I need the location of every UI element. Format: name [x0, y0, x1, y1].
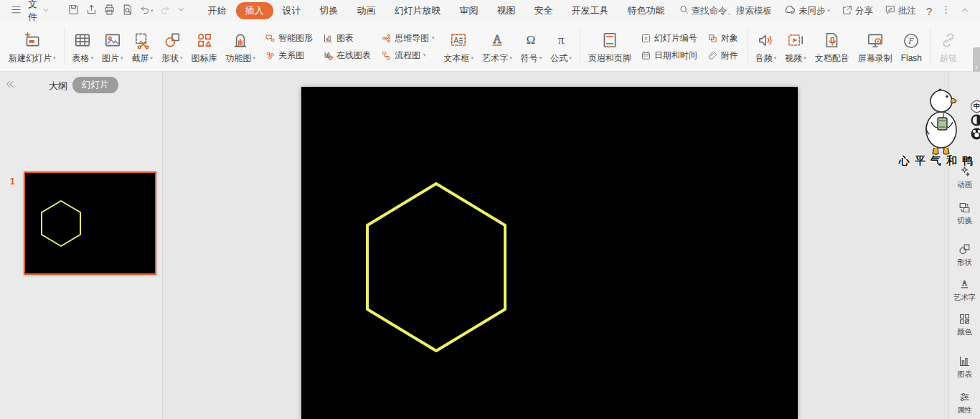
search-placeholder: 查找命令、搜索模板 [692, 5, 773, 17]
tab-slides[interactable]: 幻灯片 [72, 77, 118, 93]
sidebar-item-anim[interactable]: 动画 [949, 165, 980, 190]
quick-access-more-button[interactable] [174, 4, 189, 18]
button-screen-record[interactable]: 屏幕录制 [854, 24, 897, 70]
tab-审阅[interactable]: 审阅 [451, 2, 488, 19]
func-diagram-icon [231, 31, 250, 50]
button-shape[interactable]: 形状▾ [157, 24, 187, 70]
share-button[interactable]: 分享 [837, 3, 877, 19]
button-symbol[interactable]: Ω符号▾ [517, 24, 547, 70]
sidebar-item-chart[interactable]: 图表 [949, 354, 980, 380]
share-icon [842, 4, 853, 18]
svg-text:A: A [493, 32, 501, 45]
online-chart-icon [323, 50, 334, 61]
button-table[interactable]: 表格▾ [68, 24, 98, 70]
svg-text:F: F [908, 36, 915, 46]
button-chart[interactable]: 图表 [321, 32, 372, 45]
slide-canvas[interactable] [301, 87, 798, 419]
svg-text:#: # [644, 36, 647, 41]
print-preview-button[interactable] [118, 2, 136, 19]
relation-icon [265, 50, 275, 61]
button-flash[interactable]: FFlash [897, 24, 926, 70]
dark-mode-widget-button[interactable] [971, 114, 980, 126]
button-func-diagram[interactable]: 功能图▾ [222, 24, 260, 70]
collapse-panel-button[interactable] [4, 79, 15, 92]
preview-icon [121, 4, 133, 16]
button-object[interactable]: 对象 [706, 32, 740, 45]
ribbon-separator [64, 29, 65, 65]
tab-开发工具[interactable]: 开发工具 [562, 2, 618, 19]
help-button[interactable]: ? [923, 4, 935, 19]
tab-安全[interactable]: 安全 [525, 2, 562, 19]
tab-开始[interactable]: 开始 [199, 2, 236, 19]
sidebar-item-wordart[interactable]: A艺术字 [949, 278, 980, 303]
icon-lib-icon [195, 31, 214, 50]
export-icon [85, 4, 98, 16]
button-slide-number[interactable]: #幻灯片编号 [639, 32, 699, 45]
sidebar-item-trans[interactable]: 切换 [949, 201, 980, 226]
undo-button[interactable]: ▾ [136, 3, 156, 19]
main-menu-button[interactable] [7, 2, 25, 19]
tab-视图[interactable]: 视图 [488, 2, 525, 19]
button-relation[interactable]: 关系图 [263, 49, 314, 62]
button-datetime[interactable]: 日期和时间 [639, 49, 699, 62]
button-attachment[interactable]: 附件 [706, 49, 740, 62]
tab-切换[interactable]: 切换 [311, 2, 348, 19]
export-button[interactable] [83, 2, 100, 19]
tab-outline[interactable]: 大纲 [49, 80, 67, 93]
button-flowchart[interactable]: 流程图▾ [380, 49, 436, 62]
textbox-icon: A [449, 31, 468, 50]
mascot-caption: 心平气和鸭 [899, 154, 978, 168]
collapse-ribbon-button[interactable] [957, 4, 973, 19]
sync-status-button[interactable]: 未同步 ▾ [779, 2, 834, 20]
sidebar-item-shape[interactable]: 形状 [949, 243, 980, 268]
sidebar-item-props[interactable]: 属性 [949, 390, 980, 415]
file-menu-chevron-icon[interactable] [39, 4, 53, 18]
sidebar-item-color[interactable]: 颜色 [949, 312, 980, 337]
ribbon-separator [930, 29, 930, 65]
button-mindmap[interactable]: 思维导图▾ [380, 32, 436, 45]
comment-button[interactable]: 批注 [880, 3, 920, 19]
tab-插入[interactable]: 插入 [236, 2, 273, 19]
hexagon-shape[interactable] [301, 87, 798, 419]
tab-动画[interactable]: 动画 [348, 2, 385, 19]
button-textbox[interactable]: A文本框▾ [440, 24, 479, 70]
button-screenshot[interactable]: 截屏▾ [128, 24, 158, 70]
tab-特色功能[interactable]: 特色功能 [618, 2, 674, 19]
file-menu-button[interactable]: 文件 [28, 0, 37, 24]
chev-down-icon [42, 6, 50, 14]
tab-幻灯片放映[interactable]: 幻灯片放映 [385, 2, 451, 19]
ribbon-stack: 思维导图▾流程图▾ [376, 24, 440, 70]
button-header-footer[interactable]: 页眉和页脚 [584, 24, 636, 70]
button-doc-voice[interactable]: 文档配音 [811, 24, 854, 70]
ribbon: 新建幻灯片▾表格▾图片▾截屏▾形状▾图标库功能图▾智能图形关系图图表在线图表思维… [0, 22, 980, 72]
mickey-widget-button[interactable] [971, 128, 980, 140]
button-new-slide[interactable]: 新建幻灯片▾ [4, 24, 60, 70]
button-picture[interactable]: 图片▾ [98, 24, 128, 70]
chev-down-icon [176, 5, 186, 14]
ribbon-separator [580, 29, 580, 65]
translate-widget-button[interactable]: 中 [971, 100, 980, 113]
print-button[interactable] [100, 2, 118, 19]
search-box[interactable]: 查找命令、搜索模板 [674, 3, 777, 19]
save-button[interactable] [65, 2, 83, 19]
redo-button[interactable] [156, 3, 174, 19]
dropdown-arrow-icon: ▾ [804, 55, 806, 61]
duck-mascot [923, 85, 963, 157]
slide-thumbnail[interactable] [24, 171, 156, 275]
new-slide-icon [23, 31, 42, 50]
button-formula[interactable]: π公式▾ [546, 24, 576, 70]
dropdown-arrow-icon: ▾ [423, 52, 426, 58]
undo-dropdown-icon[interactable]: ▾ [151, 8, 154, 14]
tab-设计[interactable]: 设计 [273, 2, 311, 19]
button-video[interactable]: 视频▾ [781, 24, 811, 70]
button-smart-art[interactable]: 智能图形 [263, 32, 314, 45]
slide-panel: 大纲 幻灯片 1 [0, 72, 163, 419]
dropdown-arrow-icon: ▾ [151, 55, 154, 61]
more-options-button[interactable] [938, 3, 954, 19]
button-online-chart[interactable]: 在线图表 [321, 49, 372, 62]
button-icon-lib[interactable]: 图标库 [187, 24, 222, 70]
datetime-icon [641, 50, 651, 61]
undo-icon [139, 4, 151, 16]
button-wordart[interactable]: A艺术字▾ [478, 24, 517, 70]
button-audio[interactable]: 音频▾ [751, 24, 781, 70]
